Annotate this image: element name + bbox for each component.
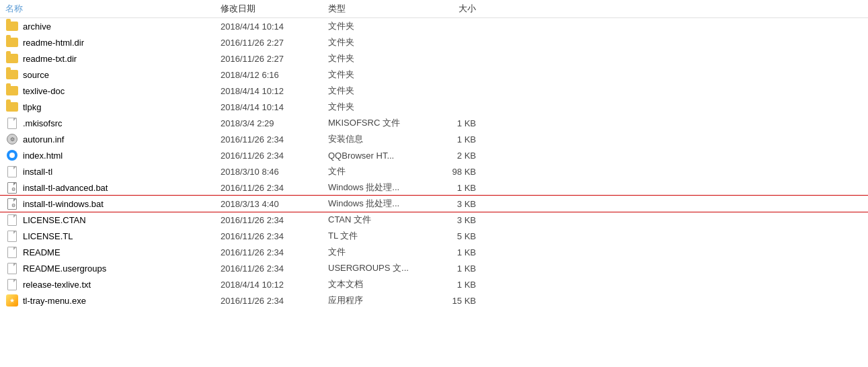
file-date-cell: 2016/11/26 2:34 bbox=[221, 263, 328, 274]
file-type-cell: 文件夹 bbox=[328, 20, 436, 32]
header-name[interactable]: 名称 bbox=[5, 3, 221, 15]
file-name-text: README.usergroups bbox=[23, 263, 106, 274]
file-date-cell: 2018/4/14 10:14 bbox=[221, 22, 328, 32]
file-date-cell: 2018/3/13 4:40 bbox=[221, 199, 328, 209]
file-date-cell: 2016/11/26 2:34 bbox=[221, 134, 328, 145]
file-date-cell: 2016/11/26 2:34 bbox=[221, 151, 328, 161]
file-icon bbox=[7, 166, 17, 177]
file-icon bbox=[7, 214, 17, 226]
file-date-cell: 2018/4/12 6:16 bbox=[221, 70, 328, 80]
file-name-text: LICENSE.TL bbox=[23, 231, 73, 241]
file-name-cell: index.html bbox=[5, 149, 221, 161]
file-type-cell: 文件夹 bbox=[328, 36, 436, 48]
file-date-cell: 2018/3/4 2:29 bbox=[221, 118, 328, 128]
table-row[interactable]: .mkisofsrc2018/3/4 2:29MKISOFSRC 文件1 KB bbox=[0, 115, 868, 131]
file-name-cell: readme-txt.dir bbox=[5, 52, 221, 65]
file-name-text: readme-txt.dir bbox=[23, 54, 77, 64]
file-date-cell: 2016/11/26 2:34 bbox=[221, 296, 328, 306]
file-type-cell: MKISOFSRC 文件 bbox=[328, 117, 436, 129]
file-date-cell: 2018/4/14 10:12 bbox=[221, 280, 328, 290]
file-name-cell: tlpkg bbox=[5, 101, 221, 113]
file-size-cell: 98 KB bbox=[436, 167, 489, 177]
file-date-cell: 2016/11/26 2:34 bbox=[221, 247, 328, 257]
file-name-text: index.html bbox=[23, 151, 63, 161]
file-size-cell: 3 KB bbox=[436, 215, 489, 225]
file-name-text: LICENSE.CTAN bbox=[23, 215, 86, 225]
file-icon bbox=[7, 118, 17, 129]
file-type-cell: 安装信息 bbox=[328, 133, 436, 145]
header-date[interactable]: 修改日期 bbox=[221, 3, 328, 15]
file-date-cell: 2018/4/14 10:12 bbox=[221, 86, 328, 96]
folder-icon bbox=[6, 86, 18, 95]
file-type-cell: 文件夹 bbox=[328, 69, 436, 81]
table-row[interactable]: index.html2016/11/26 2:34QQBrowser HT...… bbox=[0, 147, 868, 163]
header-size[interactable]: 大小 bbox=[436, 3, 489, 15]
file-type-cell: 文件夹 bbox=[328, 85, 436, 97]
file-name-cell: archive bbox=[5, 20, 221, 32]
file-name-text: readme-html.dir bbox=[23, 38, 84, 48]
file-name-text: autorun.inf bbox=[23, 134, 64, 145]
file-type-cell: 文件 bbox=[328, 165, 436, 177]
folder-icon bbox=[6, 54, 18, 63]
file-date-cell: 2016/11/26 2:27 bbox=[221, 54, 328, 64]
file-name-cell: README bbox=[5, 246, 221, 258]
file-list: 名称 修改日期 类型 大小 archive2018/4/14 10:14文件夹r… bbox=[0, 0, 868, 309]
file-name-text: install-tl-advanced.bat bbox=[23, 183, 108, 193]
folder-icon bbox=[6, 102, 18, 112]
bat-icon: ⚙ bbox=[7, 182, 17, 194]
file-date-cell: 2016/11/26 2:34 bbox=[221, 183, 328, 193]
file-size-cell: 15 KB bbox=[436, 296, 489, 306]
file-type-cell: CTAN 文件 bbox=[328, 214, 436, 226]
file-type-cell: Windows 批处理... bbox=[328, 198, 436, 210]
file-date-cell: 2016/11/26 2:34 bbox=[221, 215, 328, 225]
file-name-cell: ★tl-tray-menu.exe bbox=[5, 294, 221, 307]
bat-icon: ⚙ bbox=[7, 198, 17, 210]
file-name-text: install-tl bbox=[23, 167, 52, 177]
table-row[interactable]: readme-txt.dir2016/11/26 2:27文件夹 bbox=[0, 50, 868, 67]
file-icon bbox=[7, 231, 17, 242]
file-date-cell: 2018/4/14 10:14 bbox=[221, 102, 328, 112]
file-size-cell: 3 KB bbox=[436, 199, 489, 209]
file-name-text: release-texlive.txt bbox=[23, 280, 91, 290]
file-date-cell: 2018/3/10 8:46 bbox=[221, 167, 328, 177]
table-row[interactable]: release-texlive.txt2018/4/14 10:12文本文档1 … bbox=[0, 276, 868, 292]
file-type-cell: 文件夹 bbox=[328, 101, 436, 113]
file-name-text: tlpkg bbox=[23, 102, 41, 112]
file-size-cell: 1 KB bbox=[436, 118, 489, 128]
table-row[interactable]: tlpkg2018/4/14 10:14文件夹 bbox=[0, 99, 868, 115]
table-row[interactable]: ⚙install-tl-windows.bat2018/3/13 4:40Win… bbox=[0, 196, 868, 212]
file-type-cell: Windows 批处理... bbox=[328, 181, 436, 194]
file-name-cell: readme-html.dir bbox=[5, 36, 221, 48]
file-name-text: README bbox=[23, 247, 61, 257]
file-name-cell: README.usergroups bbox=[5, 262, 221, 274]
file-name-cell: source bbox=[5, 69, 221, 81]
header-type[interactable]: 类型 bbox=[328, 3, 436, 15]
table-row[interactable]: README2016/11/26 2:34文件1 KB bbox=[0, 244, 868, 260]
file-name-text: tl-tray-menu.exe bbox=[23, 296, 86, 306]
table-row[interactable]: LICENSE.TL2016/11/26 2:34TL 文件5 KB bbox=[0, 228, 868, 244]
folder-icon bbox=[6, 38, 18, 47]
table-row[interactable]: ⚙install-tl-advanced.bat2016/11/26 2:34W… bbox=[0, 179, 868, 196]
table-row[interactable]: LICENSE.CTAN2016/11/26 2:34CTAN 文件3 KB bbox=[0, 212, 868, 228]
table-row[interactable]: readme-html.dir2016/11/26 2:27文件夹 bbox=[0, 34, 868, 50]
table-row[interactable]: README.usergroups2016/11/26 2:34USERGROU… bbox=[0, 260, 868, 276]
folder-icon bbox=[6, 70, 18, 79]
table-row[interactable]: ⚙autorun.inf2016/11/26 2:34安装信息1 KB bbox=[0, 131, 868, 147]
table-row[interactable]: archive2018/4/14 10:14文件夹 bbox=[0, 18, 868, 34]
file-name-cell: ⚙install-tl-windows.bat bbox=[5, 198, 221, 210]
file-type-cell: 应用程序 bbox=[328, 294, 436, 307]
file-name-text: install-tl-windows.bat bbox=[23, 199, 104, 209]
file-name-cell: ⚙autorun.inf bbox=[5, 133, 221, 145]
autorun-icon: ⚙ bbox=[7, 134, 17, 145]
table-row[interactable]: source2018/4/12 6:16文件夹 bbox=[0, 67, 868, 83]
file-name-cell: ⚙install-tl-advanced.bat bbox=[5, 181, 221, 194]
table-row[interactable]: install-tl2018/3/10 8:46文件98 KB bbox=[0, 163, 868, 179]
file-size-cell: 1 KB bbox=[436, 183, 489, 193]
file-type-cell: 文本文档 bbox=[328, 278, 436, 290]
table-row[interactable]: ★tl-tray-menu.exe2016/11/26 2:34应用程序15 K… bbox=[0, 292, 868, 309]
file-size-cell: 2 KB bbox=[436, 151, 489, 161]
table-row[interactable]: texlive-doc2018/4/14 10:12文件夹 bbox=[0, 83, 868, 99]
file-name-cell: install-tl bbox=[5, 165, 221, 177]
file-name-cell: release-texlive.txt bbox=[5, 278, 221, 290]
file-type-cell: 文件 bbox=[328, 246, 436, 258]
